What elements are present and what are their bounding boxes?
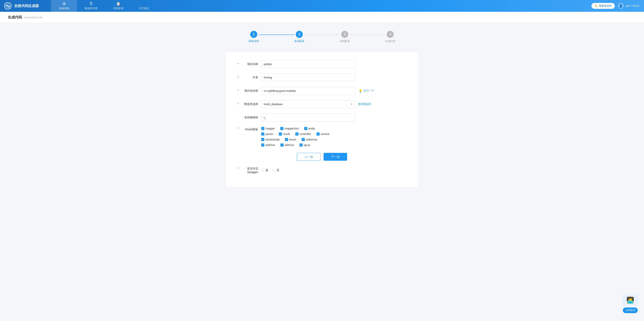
- project-name-input[interactable]: [261, 60, 355, 68]
- breadcrumb-bar: 生成代码 generating code: [0, 12, 644, 23]
- checkbox-controller[interactable]: controller: [295, 132, 311, 136]
- author-input[interactable]: [261, 74, 355, 81]
- mapper-label: mapper: [266, 127, 275, 130]
- swagger-label: 是否开启Swagger: [238, 167, 261, 174]
- nav-tab-generate[interactable]: 🖥 生成代码: [51, 0, 77, 12]
- enum-label: enum: [289, 138, 296, 141]
- prev-button[interactable]: 上一步: [297, 153, 320, 161]
- checkbox-indexvue[interactable]: indexVue: [302, 138, 317, 141]
- result-label: result: [283, 132, 290, 136]
- checkbox-line-4: addVue editVue api.js: [261, 143, 406, 147]
- entity-label: entity: [308, 127, 315, 130]
- swagger-no-circle: [272, 169, 275, 172]
- author-row: 作者: [238, 74, 406, 81]
- step-1: 1 模板选择: [249, 31, 259, 43]
- prefix-input[interactable]: [261, 114, 355, 121]
- form-section: 项目名称 作者 项目包名称 💡 学习一下 数据库选择 hotel_databas…: [226, 52, 418, 187]
- package-hint[interactable]: 💡 学习一下: [358, 89, 374, 93]
- serviceimpl-checkbox[interactable]: [261, 138, 264, 141]
- checkbox-mapper[interactable]: mapper: [261, 127, 275, 130]
- logo-title: 在线代码生成器: [14, 4, 39, 8]
- param-label: param: [266, 132, 273, 136]
- step-2-label: 基础配置: [294, 40, 304, 43]
- param-checkbox[interactable]: [261, 132, 264, 136]
- chat-button[interactable]: 立即咨询: [623, 307, 638, 313]
- step-4-circle: 4: [387, 31, 394, 38]
- nav-tab-about-label: 关于我们: [139, 7, 149, 10]
- editvue-label: editVue: [285, 143, 294, 147]
- checkbox-entity[interactable]: entity: [304, 127, 315, 130]
- checkbox-line-3: serviceImpl enum indexVue: [261, 138, 406, 141]
- checkbox-service[interactable]: service: [316, 132, 330, 136]
- feedback-button[interactable]: ✏️ 我要提需求: [592, 3, 615, 9]
- package-name-input[interactable]: [261, 87, 355, 95]
- step-3-circle: 3: [341, 31, 348, 38]
- buttons-row: 上一步 下一步: [238, 153, 406, 161]
- service-checkbox[interactable]: [316, 132, 320, 136]
- generate-icon: 🖥: [62, 2, 66, 6]
- swagger-radio-group: 是 否: [261, 169, 279, 172]
- swagger-yes-radio[interactable]: 是: [261, 169, 268, 172]
- steps-container: 1 模板选择 2 基础配置 3 前端配置 4 生成代码: [226, 31, 418, 43]
- logo-icon: [4, 2, 12, 10]
- step-4-label: 生成代码: [385, 40, 395, 43]
- nav-tab-database[interactable]: 🗄 数据库管理: [77, 0, 105, 12]
- chat-avatar-image: 🧑‍💻: [622, 294, 638, 306]
- checkbox-enum[interactable]: enum: [285, 138, 296, 141]
- nav-tab-about[interactable]: 👤 关于我们: [131, 0, 157, 12]
- checkbox-editvue[interactable]: editVue: [280, 143, 294, 147]
- db-select[interactable]: hotel_database ▼: [261, 100, 355, 108]
- checkbox-line-2: param result controller service: [261, 132, 406, 136]
- main-content: 1 模板选择 2 基础配置 3 前端配置 4 生成代码: [214, 23, 430, 195]
- step-2-circle: 2: [296, 31, 303, 38]
- breadcrumb-title: 生成代码: [8, 15, 22, 20]
- mapper-checkbox[interactable]: [261, 127, 264, 130]
- checkbox-line-1: mapper mapperXml entity: [261, 127, 406, 130]
- editvue-checkbox[interactable]: [280, 143, 284, 147]
- breadcrumb-subtitle: generating code: [24, 16, 42, 19]
- checkbox-result[interactable]: result: [279, 132, 290, 136]
- step-line-1: [259, 35, 294, 35]
- configure-db-link[interactable]: 配置数据库: [358, 102, 371, 106]
- step-1-circle: 1: [250, 31, 257, 38]
- mapperxml-checkbox[interactable]: [280, 127, 283, 130]
- checkbox-mapperxml[interactable]: mapperXml: [280, 127, 299, 130]
- user-info[interactable]: 👤 152****9074: [618, 3, 639, 9]
- enum-checkbox[interactable]: [285, 138, 288, 141]
- step-2: 2 基础配置: [294, 31, 304, 43]
- result-checkbox[interactable]: [279, 132, 282, 136]
- entity-checkbox[interactable]: [304, 127, 307, 130]
- db-label: 数据库选择: [238, 102, 261, 106]
- checkbox-serviceimpl[interactable]: serviceImpl: [261, 138, 280, 141]
- checkbox-param[interactable]: param: [261, 132, 273, 136]
- code-icon: 📋: [116, 2, 120, 6]
- nav-tab-generate-label: 生成代码: [59, 7, 69, 10]
- hint-text: 学习一下: [364, 89, 374, 93]
- checkbox-addvue[interactable]: addVue: [261, 143, 275, 147]
- checkbox-rows: mapper mapperXml entity param: [261, 127, 406, 147]
- project-name-row: 项目名称: [238, 60, 406, 68]
- logo-area: 在线代码生成器: [4, 2, 51, 10]
- nav-tab-code[interactable]: 📋 代码管理: [105, 0, 131, 12]
- project-name-label: 项目名称: [238, 62, 261, 66]
- addvue-checkbox[interactable]: [261, 143, 264, 147]
- swagger-no-label: 否: [276, 169, 279, 172]
- controller-checkbox[interactable]: [295, 132, 298, 136]
- package-name-label: 项目包名称: [238, 89, 261, 93]
- step-3-label: 前端配置: [340, 40, 350, 43]
- edit-icon: ✏️: [594, 5, 598, 8]
- about-icon: 👤: [142, 2, 146, 6]
- database-icon: 🗄: [90, 2, 93, 6]
- indexvue-checkbox[interactable]: [302, 138, 305, 141]
- checkbox-apijs[interactable]: api.js: [300, 143, 310, 147]
- apijs-checkbox[interactable]: [300, 143, 302, 147]
- next-button[interactable]: 下一步: [324, 153, 347, 161]
- step-3: 3 前端配置: [340, 31, 350, 43]
- swagger-no-radio[interactable]: 否: [272, 169, 279, 172]
- db-select-row: 数据库选择 hotel_database ▼ 配置数据库: [238, 100, 406, 108]
- header: 在线代码生成器 🖥 生成代码 🗄 数据库管理 📋 代码管理 👤 关于我们 ✏️ …: [0, 0, 644, 12]
- step-1-label: 模板选择: [249, 40, 259, 43]
- step-line-3: [350, 35, 385, 35]
- step-line-2: [304, 35, 340, 35]
- swagger-yes-circle: [261, 169, 264, 172]
